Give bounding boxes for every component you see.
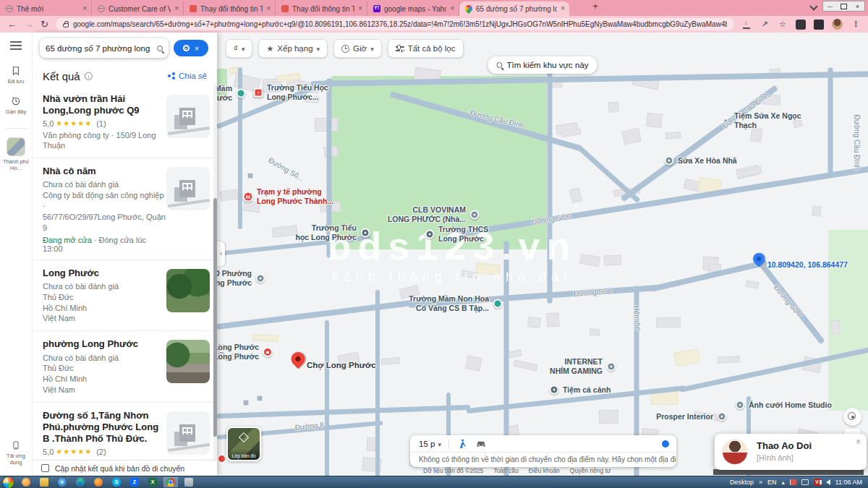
tab-close-icon[interactable] bbox=[561, 5, 565, 12]
result-thumbnail[interactable] bbox=[166, 95, 210, 138]
share-icon[interactable] bbox=[760, 20, 770, 30]
menu-hamburger-icon[interactable] bbox=[10, 41, 22, 50]
search-box[interactable] bbox=[40, 38, 169, 58]
tray-expand-icon[interactable] bbox=[759, 479, 762, 486]
taskbar-app-icon[interactable] bbox=[163, 477, 178, 487]
map-canvas[interactable]: bds123.vn kênh thông tin nhà đất Đường C… bbox=[217, 33, 868, 476]
sidebar-item-get-app[interactable]: Tải ứng dụng bbox=[1, 440, 31, 466]
speaker-icon[interactable] bbox=[826, 479, 830, 485]
all-filters-chip[interactable]: Tất cả bộ lọc bbox=[388, 39, 464, 58]
result-title[interactable]: Đường số 1,Tăng Nhơn Phú.phường Phước Lo… bbox=[43, 410, 164, 445]
poi-marker-icon[interactable] bbox=[550, 385, 559, 395]
download-icon[interactable] bbox=[741, 20, 752, 30]
close-window-icon[interactable] bbox=[851, 1, 864, 11]
taskbar-app-icon[interactable] bbox=[19, 477, 33, 487]
tab-search-chevron-icon[interactable] bbox=[809, 2, 817, 10]
chat-notification-popup[interactable]: Thao Ao Doi [Hình ảnh] bbox=[715, 434, 867, 470]
driving-mode-icon[interactable] bbox=[475, 438, 487, 450]
poi-marker-icon[interactable] bbox=[263, 347, 273, 357]
reload-icon[interactable] bbox=[41, 19, 48, 30]
clock-time[interactable]: 11:06 AM bbox=[835, 479, 862, 486]
poi-marker-icon[interactable] bbox=[665, 156, 674, 166]
tab-close-icon[interactable] bbox=[174, 5, 179, 12]
taskbar-app-icon[interactable] bbox=[127, 477, 142, 487]
result-title[interactable]: Long Phước bbox=[43, 267, 164, 279]
bookmark-star-icon[interactable] bbox=[778, 20, 788, 30]
forward-icon[interactable] bbox=[24, 19, 33, 30]
flag-tray-icon[interactable] bbox=[790, 479, 796, 485]
map-layers-button[interactable]: Lớp bản đồ bbox=[226, 427, 261, 461]
poi-marker-icon[interactable] bbox=[257, 395, 263, 402]
attribution-link[interactable]: Điều khoản bbox=[529, 467, 560, 474]
info-icon[interactable] bbox=[85, 72, 93, 80]
poi-marker-icon[interactable] bbox=[289, 349, 308, 369]
clear-search-icon[interactable] bbox=[195, 44, 199, 53]
search-input[interactable] bbox=[46, 44, 153, 53]
poi-marker-icon[interactable] bbox=[493, 299, 503, 309]
poi-marker-icon[interactable] bbox=[607, 362, 616, 372]
scrollbar-thumb[interactable] bbox=[213, 198, 217, 437]
result-item[interactable]: Nhà vườn trần Hải Long,Long phước Q9 5,0… bbox=[33, 86, 217, 158]
route-badge-button[interactable] bbox=[174, 40, 208, 56]
sidebar-item-city[interactable]: Thành phố Hồ... bbox=[1, 137, 31, 171]
minimize-icon[interactable] bbox=[823, 1, 837, 11]
collapse-sidebar-button[interactable] bbox=[217, 241, 225, 266]
result-title[interactable]: Nhà cô năm bbox=[43, 166, 164, 177]
browser-tab[interactable]: Thẻ mới bbox=[0, 1, 92, 16]
poi-marker-icon[interactable] bbox=[254, 88, 263, 98]
browser-tab[interactable]: Thay đổi thông tin TBTT - Hệ th bbox=[276, 1, 367, 16]
tab-close-icon[interactable] bbox=[358, 5, 362, 12]
browser-tab[interactable]: Customer Care of VMS - USER LO bbox=[92, 1, 184, 16]
poi-marker-icon[interactable] bbox=[736, 401, 745, 410]
poi-marker-icon[interactable] bbox=[425, 230, 435, 239]
result-item[interactable]: phường Long Phước Chưa có bài đánh giá T… bbox=[33, 331, 217, 403]
walking-mode-icon[interactable] bbox=[456, 438, 468, 450]
result-thumbnail[interactable] bbox=[166, 269, 210, 312]
tab-close-icon[interactable] bbox=[82, 5, 87, 12]
poi-marker-icon[interactable] bbox=[470, 210, 480, 220]
result-thumbnail[interactable] bbox=[166, 340, 210, 383]
tab-close-icon[interactable] bbox=[266, 5, 271, 12]
poi-marker-icon[interactable] bbox=[243, 192, 254, 202]
my-location-button[interactable] bbox=[843, 408, 861, 426]
poi-marker-icon[interactable] bbox=[243, 400, 250, 406]
taskbar-app-icon[interactable] bbox=[91, 477, 106, 487]
update-results-checkbox[interactable] bbox=[41, 464, 49, 472]
extensions-icon[interactable] bbox=[796, 20, 806, 30]
desktop-toolbar-label[interactable]: Desktop bbox=[730, 479, 754, 486]
url-bar[interactable]: google.com/maps/search/65+đường+số+7+phư… bbox=[56, 18, 734, 30]
hours-filter-chip[interactable]: Giờ bbox=[333, 39, 382, 58]
search-icon[interactable] bbox=[157, 46, 163, 51]
attribution-link[interactable]: Quyền riêng tư bbox=[570, 467, 611, 474]
browser-tab[interactable]: 65 đường số 7 phường long phư bbox=[459, 1, 569, 16]
poi-marker-icon[interactable] bbox=[247, 173, 254, 179]
sidebar-item-saved[interactable]: Đã lưu bbox=[1, 66, 31, 85]
price-filter-chip[interactable]: ₫ bbox=[226, 39, 252, 58]
result-thumbnail[interactable] bbox=[166, 411, 210, 455]
close-notification-icon[interactable] bbox=[856, 437, 861, 447]
new-tab-button[interactable] bbox=[589, 0, 602, 13]
profile-avatar[interactable] bbox=[832, 19, 843, 30]
taskbar-app-icon[interactable] bbox=[37, 477, 51, 487]
poi-marker-icon[interactable] bbox=[718, 412, 727, 421]
browser-menu-icon[interactable] bbox=[851, 20, 861, 30]
taskbar-app-icon[interactable] bbox=[145, 477, 160, 487]
rating-filter-chip[interactable]: Xếp hạng bbox=[258, 39, 328, 58]
browser-tab[interactable]: google maps - Yahoo Search Re bbox=[367, 1, 459, 16]
language-indicator[interactable]: EN bbox=[767, 479, 777, 486]
taskbar-app-icon[interactable] bbox=[73, 477, 88, 487]
poi-marker-icon[interactable] bbox=[723, 119, 728, 123]
attribution-link[interactable]: Toàn cầu bbox=[493, 467, 519, 474]
poi-marker-icon[interactable] bbox=[256, 274, 265, 283]
tray-up-arrow-icon[interactable] bbox=[782, 479, 785, 486]
side-panel-icon[interactable] bbox=[814, 20, 824, 30]
poi-marker-icon[interactable] bbox=[237, 89, 246, 98]
result-title[interactable]: Nhà vườn trần Hải Long,Long phước Q9 bbox=[43, 93, 164, 117]
back-icon[interactable] bbox=[7, 19, 17, 30]
taskbar-app-icon[interactable] bbox=[109, 477, 124, 487]
taskbar-app-icon[interactable] bbox=[182, 477, 196, 487]
result-title[interactable]: phường Long Phước bbox=[43, 338, 164, 350]
result-thumbnail[interactable] bbox=[166, 167, 210, 210]
search-this-area-button[interactable]: Tìm kiếm khu vực này bbox=[488, 56, 597, 74]
browser-tab[interactable]: Thay đổi thông tin TBTT - Hệ th bbox=[184, 1, 276, 16]
